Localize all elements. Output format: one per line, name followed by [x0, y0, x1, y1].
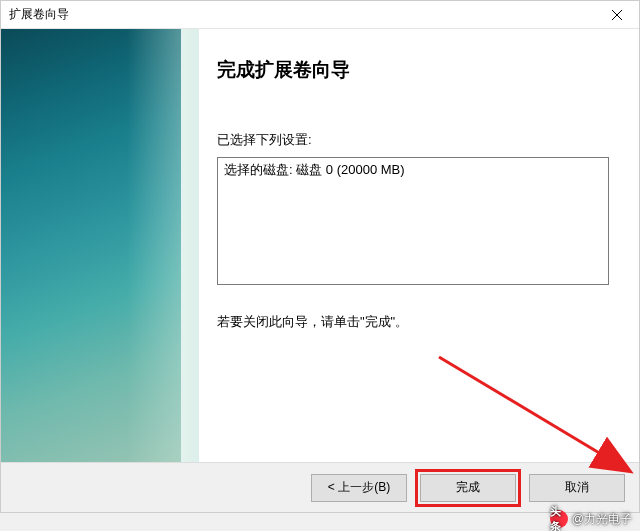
finish-button[interactable]: 完成 [420, 474, 516, 502]
settings-line: 选择的磁盘: 磁盘 0 (20000 MB) [224, 161, 602, 179]
wizard-dialog: 扩展卷向导 完成扩展卷向导 已选择下列设置: 选择的磁盘: 磁盘 0 (2000… [0, 0, 640, 513]
page-heading: 完成扩展卷向导 [217, 57, 609, 83]
watermark-text: @力光电子 [572, 511, 632, 528]
cancel-button[interactable]: 取消 [529, 474, 625, 502]
titlebar: 扩展卷向导 [1, 1, 639, 29]
back-button[interactable]: < 上一步(B) [311, 474, 407, 502]
close-icon [612, 10, 622, 20]
settings-box: 选择的磁盘: 磁盘 0 (20000 MB) [217, 157, 609, 285]
button-row: < 上一步(B) 完成 取消 [1, 462, 639, 512]
close-hint: 若要关闭此向导，请单击"完成"。 [217, 313, 609, 331]
finish-highlight: 完成 [415, 469, 521, 507]
window-title: 扩展卷向导 [9, 6, 69, 23]
svg-line-3 [439, 357, 626, 469]
settings-label: 已选择下列设置: [217, 131, 609, 149]
dialog-body: 完成扩展卷向导 已选择下列设置: 选择的磁盘: 磁盘 0 (20000 MB) … [1, 29, 639, 462]
wizard-content: 完成扩展卷向导 已选择下列设置: 选择的磁盘: 磁盘 0 (20000 MB) … [181, 29, 639, 462]
close-button[interactable] [595, 1, 639, 29]
wizard-side-banner [1, 29, 181, 462]
